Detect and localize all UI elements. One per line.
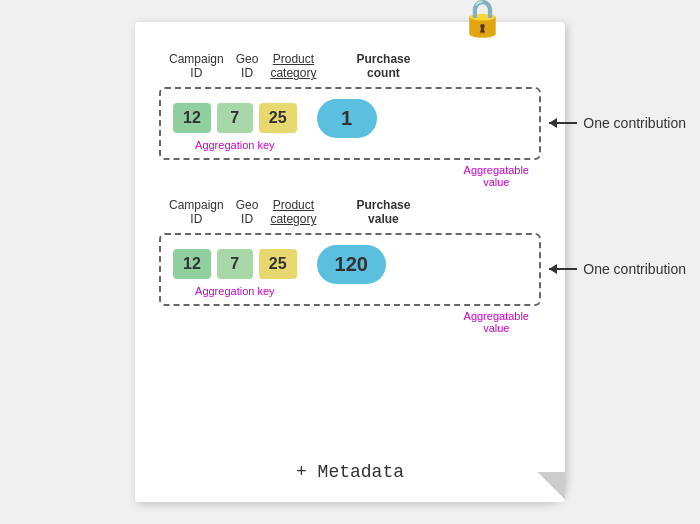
chip-geo-1: 7	[217, 103, 253, 133]
key-group-1: 12 7 25 Aggregation key	[173, 103, 297, 133]
agg-value-label-2: Aggregatablevalue	[464, 310, 529, 334]
header-row-2: CampaignID GeoID Productcategory Purchas…	[159, 198, 541, 227]
col-header-campaign-2: CampaignID	[169, 198, 224, 227]
col-header-purchase-2: Purchasevalue	[356, 198, 410, 227]
arrow-line-2	[549, 268, 577, 270]
contribution-text-1: One contribution	[583, 115, 686, 131]
dashed-box-2: 12 7 25 Aggregation key 120 Aggregatable…	[159, 233, 541, 306]
contribution-block-2: CampaignID GeoID Productcategory Purchas…	[159, 198, 541, 306]
contribution-text-2: One contribution	[583, 261, 686, 277]
col-header-geo-1: GeoID	[236, 52, 259, 81]
note-card: 🔒 CampaignID GeoID Productcategory Purch…	[135, 22, 565, 502]
agg-value-label-1: Aggregatablevalue	[464, 164, 529, 188]
col-header-geo-2: GeoID	[236, 198, 259, 227]
contribution-block-1: CampaignID GeoID Productcategory Purchas…	[159, 52, 541, 160]
col-header-campaign-1: CampaignID	[169, 52, 224, 81]
lock-icon: 🔒	[460, 0, 505, 36]
value-bubble-1: 1	[317, 99, 377, 138]
chip-product-2: 25	[259, 249, 297, 279]
col-header-product-1: Productcategory	[270, 52, 316, 81]
agg-key-label-1: Aggregation key	[195, 139, 275, 151]
outer-wrapper: 🔒 CampaignID GeoID Productcategory Purch…	[135, 22, 565, 502]
contribution-label-1: One contribution	[549, 115, 686, 131]
contribution-label-2: One contribution	[549, 261, 686, 277]
col-header-purchase-1: Purchasecount	[356, 52, 410, 81]
agg-key-label-2: Aggregation key	[195, 285, 275, 297]
value-bubble-2: 120	[317, 245, 386, 284]
dashed-box-1: 12 7 25 Aggregation key 1 Aggregatableva…	[159, 87, 541, 160]
col-header-product-2: Productcategory	[270, 198, 316, 227]
chip-product-1: 25	[259, 103, 297, 133]
page-wrapper: 🔒 CampaignID GeoID Productcategory Purch…	[10, 7, 690, 517]
chip-campaign-1: 12	[173, 103, 211, 133]
key-group-2: 12 7 25 Aggregation key	[173, 249, 297, 279]
arrow-line-1	[549, 122, 577, 124]
chip-campaign-2: 12	[173, 249, 211, 279]
header-row-1: CampaignID GeoID Productcategory Purchas…	[159, 52, 541, 81]
metadata-label: + Metadata	[296, 462, 404, 482]
chip-geo-2: 7	[217, 249, 253, 279]
